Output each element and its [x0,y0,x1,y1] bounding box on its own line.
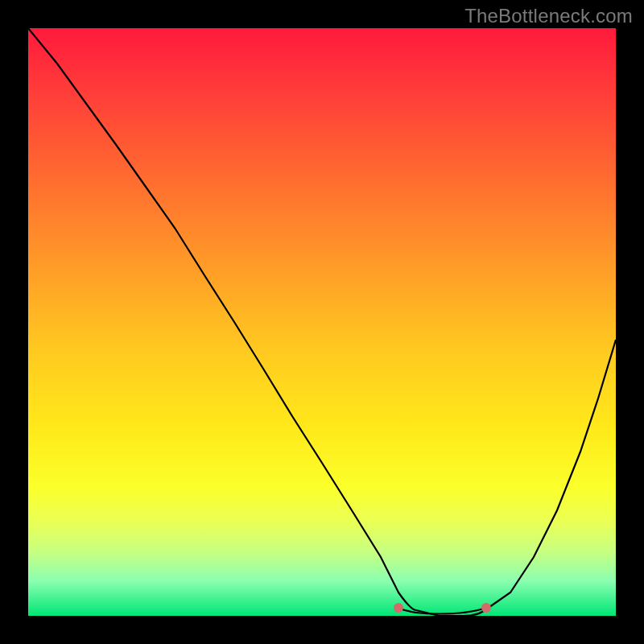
curve-path [28,28,616,616]
optimal-range-start-dot [394,603,403,613]
chart-area [28,28,616,616]
optimal-range-end-dot [481,603,491,613]
watermark-text: TheBottleneck.com [464,5,633,27]
bottleneck-curve [28,28,616,616]
